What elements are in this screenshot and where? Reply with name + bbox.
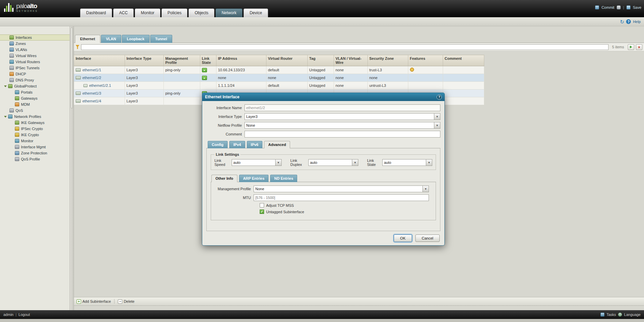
scrollbar-thumb[interactable] [71,27,73,108]
interface-link[interactable]: ethernet1/3 [82,91,101,95]
tab-ipv4[interactable]: IPv4 [229,141,245,148]
clear-filter-button[interactable]: × [636,44,642,50]
filter-funnel-icon[interactable] [76,45,79,49]
sidebar-item-dns-proxy[interactable]: DNS Proxy [0,77,70,83]
col-tag[interactable]: Tag [307,55,334,66]
management-profile-select[interactable]: None ▼ [254,185,429,192]
mtu-input[interactable] [254,194,429,201]
save-button[interactable]: Save [633,5,641,9]
interface-link[interactable]: ethernet1/2.1 [89,83,111,88]
col-comment[interactable]: Comment [443,55,484,66]
sidebar-item-ipsec-tunnels[interactable]: IPSec Tunnels [0,65,70,71]
nav-tab-objects[interactable]: Objects [188,8,214,17]
col-interface-type[interactable]: Interface Type [125,55,163,66]
zone-protection-icon [15,151,19,155]
delete-button[interactable]: − Delete [118,299,134,304]
interface-link[interactable]: ethernet1/4 [82,99,101,103]
chevron-down-icon[interactable]: ▼ [434,122,440,128]
col-virtual-router[interactable]: Virtual Router [266,55,307,66]
nav-tab-acc[interactable]: ACC [113,8,134,17]
commit-lock-icon[interactable] [617,5,621,9]
tab-advanced[interactable]: Advanced [264,141,290,148]
tab-config[interactable]: Config [208,141,228,148]
logged-in-user: admin [3,313,14,317]
sidebar-item-mdm[interactable]: MDM [0,101,70,107]
interface-type-select[interactable]: Layer3 ▼ [244,113,440,120]
tab-ethernet[interactable]: Ethernet [75,35,100,43]
comment-input[interactable] [244,131,440,138]
interface-name-input[interactable] [244,104,440,111]
sidebar-item-interface-mgmt[interactable]: Interface Mgmt [0,144,70,150]
link-state-select[interactable]: auto ▼ [382,159,432,166]
adjust-tcp-mss-checkbox[interactable] [260,203,264,207]
interface-link[interactable]: ethernet1/1 [82,68,101,72]
nav-tab-monitor[interactable]: Monitor [135,8,160,17]
col-management-profile[interactable]: Management Profile [163,55,200,66]
nav-tab-dashboard[interactable]: Dashboard [80,8,112,17]
tab-vlan[interactable]: VLAN [101,35,121,43]
table-row[interactable]: ethernet1/1 Layer3 ping-only ▲ 10.66.24.… [74,66,484,74]
sidebar-item-network-profiles[interactable]: Network Profiles [0,114,70,120]
interface-link[interactable]: ethernet1/2 [82,76,101,80]
add-subinterface-button[interactable]: + Add Subinterface [77,299,111,304]
sidebar-item-monitor[interactable]: Monitor [0,138,70,144]
table-row-selected[interactable]: ethernet1/2 Layer3 ▲ none none Untagged … [74,74,484,82]
sidebar-item-vlans[interactable]: VLANs [0,47,70,53]
col-security-zone[interactable]: Security Zone [367,55,408,66]
tab-nd-entries[interactable]: ND Entries [270,175,297,182]
chevron-down-icon[interactable]: ▼ [352,159,358,166]
refresh-icon[interactable]: ↻ [620,19,624,24]
logout-link[interactable]: Logout [19,313,30,317]
commit-button[interactable]: Commit [601,5,614,9]
cancel-button[interactable]: Cancel [415,234,440,242]
dialog-help-icon[interactable]: ? [437,95,442,100]
sidebar-item-portals[interactable]: Portals [0,89,70,95]
untagged-subinterface-checkbox[interactable]: ✓ [260,209,264,214]
sidebar-item-ipsec-crypto[interactable]: IPSec Crypto [0,126,70,132]
help-link[interactable]: Help [633,20,641,24]
col-interface[interactable]: Interface [74,55,125,66]
filter-input[interactable] [81,44,609,50]
language-button[interactable]: Language [624,313,641,317]
tab-ipv6[interactable]: IPv6 [247,141,263,148]
sidebar-item-ike-gateways[interactable]: IKE Gateways [0,120,70,126]
col-vlan-virtual-wire[interactable]: VLAN / Virtual-Wire [334,55,367,66]
table-row[interactable]: ethernet1/2.1 Layer3 1.1.1.1/24 default … [74,82,484,90]
tasks-button[interactable]: Tasks [607,313,616,317]
tab-other-info[interactable]: Other Info [211,175,237,182]
link-duplex-select[interactable]: auto ▼ [308,159,358,166]
dialog-titlebar[interactable]: Ethernet Interface ? [202,93,444,101]
nav-tab-network[interactable]: Network [215,8,242,17]
sidebar-item-dhcp[interactable]: DHCP [0,71,70,77]
nav-tab-policies[interactable]: Policies [161,8,187,17]
sidebar-item-globalprotect[interactable]: GlobalProtect [0,83,70,89]
sidebar-item-virtual-wires[interactable]: Virtual Wires [0,53,70,59]
link-speed-select[interactable]: auto ▼ [232,159,282,166]
sidebar-item-gateways[interactable]: Gateways [0,95,70,101]
help-icon[interactable]: ? [626,19,631,24]
expand-caret-icon[interactable] [4,85,7,87]
expand-caret-icon[interactable] [4,116,7,118]
nav-tab-device[interactable]: Device [243,8,268,17]
tab-loopback[interactable]: Loopback [122,35,150,43]
sidebar-scrollbar[interactable] [70,26,74,310]
col-ip-address[interactable]: IP Address [216,55,266,66]
chevron-down-icon[interactable]: ▼ [434,114,440,120]
sidebar-item-zone-protection[interactable]: Zone Protection [0,150,70,156]
chevron-down-icon[interactable]: ▼ [275,159,281,166]
col-features[interactable]: Features [408,55,443,66]
col-link-state[interactable]: Link State [200,55,216,66]
chevron-down-icon[interactable]: ▼ [422,186,429,192]
sidebar-item-virtual-routers[interactable]: Virtual Routers [0,59,70,65]
sidebar-item-ike-crypto[interactable]: IKE Crypto [0,132,70,138]
ok-button[interactable]: OK [394,234,412,242]
netflow-profile-select[interactable]: None ▼ [244,122,440,129]
tab-arp-entries[interactable]: ARP Entries [239,175,268,182]
chevron-down-icon[interactable]: ▼ [426,159,432,166]
apply-filter-button[interactable] [628,44,634,50]
sidebar-item-qos-profile[interactable]: QoS Profile [0,156,70,162]
tab-tunnel[interactable]: Tunnel [150,35,172,43]
sidebar-item-interfaces[interactable]: Interfaces [0,34,70,41]
sidebar-item-qos[interactable]: QoS [0,107,70,114]
sidebar-item-zones[interactable]: Zones [0,41,70,47]
